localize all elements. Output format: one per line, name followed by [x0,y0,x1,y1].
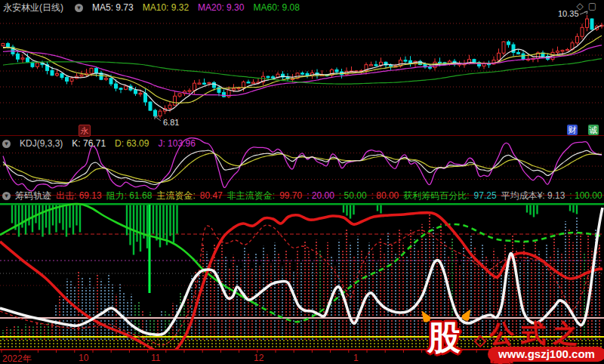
axis-year-label: 2022年 [2,353,32,364]
legend-item: 获利筹码百分比: [403,190,469,202]
legend-item: MA5: 9.73 [92,2,134,13]
diamond-icon [474,335,487,348]
collapse-arrow-icon[interactable]: ▾ [2,140,11,148]
kdj-panel-header: ▾ KDJ(9,3,3) K: 76.71D: 63.09J: 103.96 [0,137,604,150]
axis-month-label: 12 [254,353,263,363]
high-price-label: 10.35 [558,9,579,18]
watermark-badge: 永 [79,125,91,137]
legend-item: 99.70 [279,190,302,201]
legend-item: : 50.00 [339,190,367,201]
corner-icons: ◇▢ [576,1,601,11]
kdj-title: KDJ(9,3,3) [20,138,63,149]
cheng-badge[interactable]: 诚 [588,125,599,135]
legend-item: 阻力: 61.68 [106,190,153,202]
legend-item: MA20: 9.30 [198,2,244,13]
low-price-label: 6.81 [163,118,179,127]
cai-badge[interactable]: 财 [567,125,578,135]
gszj-logo: 股 公式之家 www.gszj100.com [415,310,604,364]
chip-title: 筹码轨迹 [15,190,51,202]
axis-month-label: 1 [353,353,359,363]
price-panel-header: 永安林业(日线) ▾ MA5: 9.73MA10: 9.32MA20: 9.30… [0,2,604,14]
legend-item: MA10: 9.32 [143,2,189,13]
legend-item: MA60: 9.08 [253,2,299,13]
logo-site-url[interactable]: www.gszj100.com [488,347,604,362]
legend-item: K: 76.71 [72,138,106,149]
legend-item: D: 63.09 [115,138,149,149]
legend-item: 97.25 [474,190,497,201]
collapse-arrow-icon[interactable]: ▾ [2,192,11,200]
price-chart[interactable] [0,0,604,135]
diamond-icon[interactable]: ◇ [576,1,587,11]
panel-divider [0,135,604,136]
legend-item: J: 103.96 [158,138,195,149]
chip-panel-header: ▾ 筹码轨迹 出击: 69.13阻力: 61.68主流资金:80.47非主流资金… [0,190,604,202]
legend-item: : 80.00 [371,190,399,201]
collapse-arrow-icon[interactable]: ▾ [75,4,83,12]
stock-title: 永安林业(日线) [3,2,63,14]
legend-item: 出击: 69.13 [56,190,102,202]
legend-item: 平均成本¥: 9.13 [501,190,565,202]
legend-item: 80.47 [200,190,223,201]
legend-item: : 100.00 [569,190,602,201]
legend-item: 非主流资金: [227,190,275,202]
square-icon[interactable]: ▢ [588,1,601,11]
trading-terminal: 永安林业(日线) ▾ MA5: 9.73MA10: 9.32MA20: 9.30… [0,0,604,364]
legend-item: 主流资金: [156,190,195,202]
logo-stock-glyph: 股 [427,316,461,360]
legend-item: : 20.00 [307,190,334,201]
axis-month-label: 10 [79,353,88,363]
axis-month-label: 11 [151,353,160,363]
